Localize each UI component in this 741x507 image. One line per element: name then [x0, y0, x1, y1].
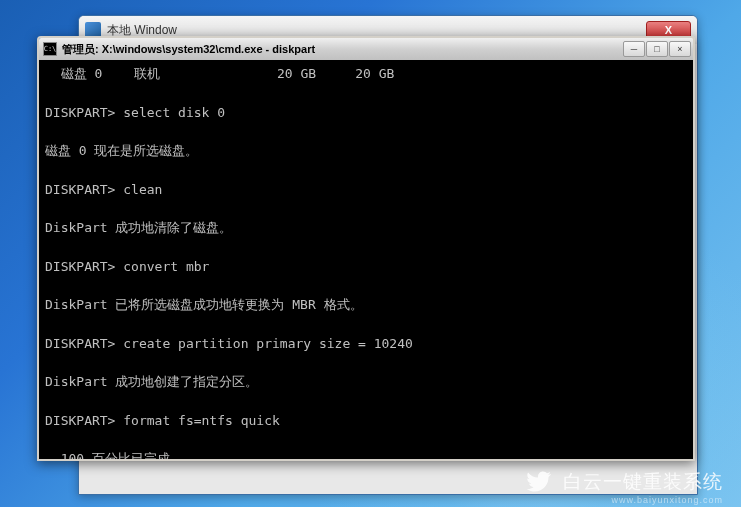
terminal-line [45, 392, 687, 411]
cmd-window: C:\ 管理员: X:\windows\system32\cmd.exe - d… [37, 36, 695, 461]
minimize-button[interactable]: ─ [623, 41, 645, 57]
close-button[interactable]: × [669, 41, 691, 57]
terminal-line: 100 百分比已完成 [45, 449, 687, 459]
maximize-button[interactable]: □ [646, 41, 668, 57]
terminal-line: 磁盘 0 联机 20 GB 20 GB [45, 64, 687, 84]
bird-icon [527, 470, 555, 494]
cmd-icon: C:\ [43, 42, 57, 56]
watermark-url: www.baiyunxitong.com [611, 495, 723, 505]
cmd-titlebar[interactable]: C:\ 管理员: X:\windows\system32\cmd.exe - d… [39, 38, 693, 60]
watermark-text: 白云一键重装系统 [563, 469, 723, 495]
terminal-line [45, 84, 687, 103]
terminal-line [45, 430, 687, 449]
terminal-line [45, 161, 687, 180]
terminal-line [45, 276, 687, 295]
terminal-line [45, 122, 687, 141]
terminal-line: DISKPART> clean [45, 180, 687, 200]
terminal-line: DiskPart 成功地清除了磁盘。 [45, 218, 687, 238]
terminal-line: 磁盘 0 现在是所选磁盘。 [45, 141, 687, 161]
terminal-line: DISKPART> select disk 0 [45, 103, 687, 123]
terminal-line [45, 315, 687, 334]
cmd-title: 管理员: X:\windows\system32\cmd.exe - diskp… [62, 42, 618, 57]
terminal-line: DISKPART> format fs=ntfs quick [45, 411, 687, 431]
terminal-line: DISKPART> convert mbr [45, 257, 687, 277]
terminal-line [45, 353, 687, 372]
terminal-line: DISKPART> create partition primary size … [45, 334, 687, 354]
terminal-output[interactable]: 磁盘 0 联机 20 GB 20 GBDISKPART> select disk… [39, 60, 693, 459]
terminal-line [45, 238, 687, 257]
watermark: 白云一键重装系统 [527, 469, 723, 495]
terminal-line: DiskPart 成功地创建了指定分区。 [45, 372, 687, 392]
terminal-line: DiskPart 已将所选磁盘成功地转更换为 MBR 格式。 [45, 295, 687, 315]
terminal-line [45, 199, 687, 218]
